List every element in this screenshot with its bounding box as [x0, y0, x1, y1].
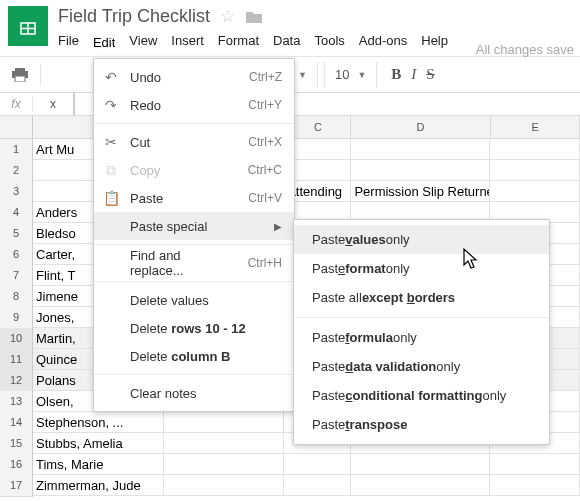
bold-button[interactable]: B — [391, 66, 401, 83]
row-header[interactable]: 3 — [0, 181, 33, 203]
strike-button[interactable]: S — [426, 66, 434, 83]
menu-edit[interactable]: Edit — [93, 33, 115, 50]
edit-dropdown: ↶UndoCtrl+Z ↷RedoCtrl+Y ✂CutCtrl+X ⧉Copy… — [93, 58, 295, 412]
menu-tools[interactable]: Tools — [314, 33, 344, 50]
menu-file[interactable]: File — [58, 33, 79, 50]
cell[interactable]: Zimmerman, Jude — [33, 475, 164, 496]
menu-undo[interactable]: ↶UndoCtrl+Z — [94, 63, 294, 91]
menu-delete-rows[interactable]: Delete rows 10 - 12 — [94, 314, 294, 342]
star-icon[interactable]: ☆ — [220, 6, 235, 27]
chevron-down-icon: ▼ — [298, 70, 307, 80]
cell[interactable] — [284, 454, 351, 475]
submenu-paste-values[interactable]: Paste values only — [294, 225, 549, 254]
cell[interactable] — [164, 454, 284, 475]
cell[interactable] — [164, 433, 284, 454]
col-E[interactable]: E — [491, 116, 580, 138]
row-header[interactable]: 5 — [0, 223, 33, 245]
italic-button[interactable]: I — [411, 66, 416, 83]
row-header[interactable]: 11 — [0, 349, 33, 371]
menu-view[interactable]: View — [129, 33, 157, 50]
cell[interactable] — [351, 454, 490, 475]
font-size: 10 — [335, 67, 349, 82]
menu-format[interactable]: Format — [218, 33, 259, 50]
cell[interactable] — [490, 181, 580, 202]
submenu-paste-borders[interactable]: Paste all except borders — [294, 283, 549, 312]
row-header[interactable]: 1 — [0, 139, 33, 161]
menu-delete-column[interactable]: Delete column B — [94, 342, 294, 370]
menu-redo[interactable]: ↷RedoCtrl+Y — [94, 91, 294, 119]
cell[interactable]: Stubbs, Amelia — [33, 433, 164, 454]
redo-icon: ↷ — [102, 97, 120, 113]
copy-icon: ⧉ — [102, 162, 120, 179]
cell[interactable] — [351, 160, 490, 181]
folder-icon[interactable] — [245, 10, 263, 24]
menu-help[interactable]: Help — [421, 33, 448, 50]
col-D[interactable]: D — [351, 116, 491, 138]
row-header[interactable]: 8 — [0, 286, 33, 308]
paste-special-submenu: Paste values only Paste format only Past… — [293, 219, 550, 445]
submenu-paste-data-validation[interactable]: Paste data validation only — [294, 352, 549, 381]
row-header[interactable]: 17 — [0, 475, 33, 497]
cell[interactable] — [164, 475, 284, 496]
cell[interactable] — [490, 475, 580, 496]
svg-rect-4 — [15, 68, 25, 71]
menu-paste-special[interactable]: Paste special▶ — [94, 212, 294, 240]
select-all[interactable] — [0, 116, 33, 139]
cell[interactable] — [351, 475, 490, 496]
menu-clear-notes[interactable]: Clear notes — [94, 379, 294, 407]
menu-find-replace[interactable]: Find and replace...Ctrl+H — [94, 249, 294, 277]
cell[interactable]: Tims, Marie — [33, 454, 164, 475]
menu-insert[interactable]: Insert — [171, 33, 204, 50]
menu-delete-values[interactable]: Delete values — [94, 286, 294, 314]
print-icon[interactable] — [6, 62, 34, 88]
cursor-icon — [460, 247, 480, 271]
row-header[interactable]: 10 — [0, 328, 33, 350]
save-status: All changes save — [476, 42, 574, 57]
fx-label: fx — [0, 97, 33, 111]
submenu-paste-conditional[interactable]: Paste conditional formatting only — [294, 381, 549, 410]
submenu-arrow-icon: ▶ — [274, 221, 282, 232]
svg-rect-6 — [15, 76, 25, 82]
cell[interactable]: Stephenson, ... — [33, 412, 164, 433]
col-C[interactable]: C — [286, 116, 351, 138]
menu-cut[interactable]: ✂CutCtrl+X — [94, 128, 294, 156]
doc-title[interactable]: Field Trip Checklist — [58, 6, 210, 27]
sheets-logo[interactable] — [8, 6, 48, 46]
row-header[interactable]: 7 — [0, 265, 33, 287]
cell[interactable] — [284, 475, 351, 496]
cell[interactable] — [351, 139, 490, 160]
row-header[interactable]: 4 — [0, 202, 33, 224]
row-header[interactable]: 6 — [0, 244, 33, 266]
submenu-paste-formula[interactable]: Paste formula only — [294, 323, 549, 352]
menu-addons[interactable]: Add-ons — [359, 33, 407, 50]
paste-icon: 📋 — [102, 190, 120, 206]
row-header[interactable]: 2 — [0, 160, 33, 182]
undo-icon: ↶ — [102, 69, 120, 85]
row-header[interactable]: 12 — [0, 370, 33, 392]
chevron-down-icon: ▼ — [357, 70, 366, 80]
menu-paste[interactable]: 📋PasteCtrl+V — [94, 184, 294, 212]
name-box[interactable]: x — [33, 93, 75, 115]
cell[interactable] — [490, 454, 580, 475]
row-header[interactable]: 14 — [0, 412, 33, 434]
cell[interactable]: Permission Slip Returned — [351, 181, 490, 202]
submenu-paste-transpose[interactable]: Paste transpose — [294, 410, 549, 439]
cell[interactable] — [490, 160, 580, 181]
cell[interactable] — [490, 139, 580, 160]
row-header[interactable]: 16 — [0, 454, 33, 476]
menu-data[interactable]: Data — [273, 33, 300, 50]
cell[interactable] — [164, 412, 284, 433]
cut-icon: ✂ — [102, 134, 120, 150]
row-header[interactable]: 15 — [0, 433, 33, 455]
menu-copy[interactable]: ⧉CopyCtrl+C — [94, 156, 294, 184]
row-header[interactable]: 9 — [0, 307, 33, 329]
font-size-select[interactable]: 10 ▼ — [324, 62, 377, 88]
row-header[interactable]: 13 — [0, 391, 33, 413]
submenu-paste-format[interactable]: Paste format only — [294, 254, 549, 283]
